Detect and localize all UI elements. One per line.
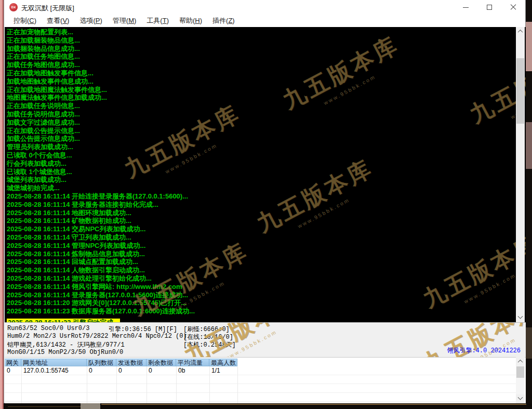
minimize-icon <box>463 7 469 8</box>
table-header-cell[interactable]: 剩余数据 <box>147 359 176 366</box>
menu-item[interactable]: 控制(C) <box>8 15 42 27</box>
table-header-cell[interactable]: 网关地址 <box>21 359 87 366</box>
menu-item[interactable]: 工具(T) <box>141 15 174 27</box>
scrollbar-thumb[interactable] <box>516 58 524 124</box>
wallpaper-fragment <box>526 327 532 359</box>
maximize-icon <box>487 5 492 10</box>
log-line: 2025-08-28 16:11:14 开始连接登录服务器(127.0.0.1:… <box>7 192 195 201</box>
chevron-up-icon <box>518 360 523 365</box>
log-console[interactable]: 正在加宠物配置列表... 正在加载捆装物品信息... 加载捆装物品信息成功...… <box>5 27 526 322</box>
log-line: 2025-08-28 16:11:20 游戏网关[0](127.0.0.1:55… <box>7 299 195 307</box>
desktop-left-strip <box>0 0 4 409</box>
log-line: 加载捆装物品信息成功... <box>7 45 195 53</box>
app-icon: DX <box>9 3 18 11</box>
status-run-counters: Run63/52 Soc0/0 Usr0/3 <box>7 325 89 332</box>
chevron-down-icon <box>518 314 523 319</box>
minimize-button[interactable] <box>454 0 477 15</box>
table-cell: 0 <box>116 366 147 375</box>
table-cell: 127.0.0.1:55745 <box>21 366 87 375</box>
table-header-cell[interactable]: 网关 <box>5 359 21 366</box>
status-panel: Run63/52 Soc0/0 Usr0/3 引擎:0:36:56 [M][F]… <box>5 322 526 357</box>
chevron-up-icon <box>518 30 523 35</box>
scroll-down-button[interactable] <box>516 313 525 322</box>
chevron-down-icon <box>518 395 523 400</box>
scroll-up-button[interactable] <box>516 27 525 36</box>
log-line: 加载任务地图信息成功... <box>7 61 195 69</box>
table-scrollbar[interactable] <box>516 357 525 403</box>
watermark: 九五版本库www.95bbk.com <box>274 28 410 124</box>
log-line: 2025-08-28 16:11:14 守卫列表加载成功... <box>7 233 195 242</box>
log-line: 2025-08-28 16:11:14 回城点配置加载成功... <box>7 258 195 266</box>
console-scrollbar[interactable] <box>516 27 525 322</box>
window-title: 无双沉默 [无限版] <box>21 4 74 13</box>
menu-item[interactable]: 插件(Z) <box>207 15 240 27</box>
wallpaper-fragment <box>8 406 82 407</box>
log-line: 行会列表加载成功... <box>7 160 195 168</box>
status-mon-gen-counters: MonG0/1/15 MonP2/3/50 ObjRun0/0 <box>7 349 123 356</box>
wallpaper-fragment <box>81 403 100 409</box>
log-line: 2025-08-28 16:11:14 人物数据引擎启动成功... <box>7 266 195 274</box>
log-line: 2025-08-28 16:11:14 登录服务器(127.0.0.1:5600… <box>7 291 195 299</box>
log-line: 城堡列表加载成功... <box>7 176 195 184</box>
table-header-cell[interactable]: 队列数据 <box>87 359 116 366</box>
title-bar[interactable]: DX 无双沉默 [无限版] <box>4 0 525 15</box>
table-cell: 0 <box>147 366 176 375</box>
log-line: 2025-08-28 16:11:14 炼制物品信息加载成功... <box>7 250 195 258</box>
table-row[interactable]: 0 127.0.0.1:55745 0 0 0 0b 1/1 <box>5 366 237 375</box>
log-line: 正在加载任务地图信息... <box>7 52 195 61</box>
log-line: 2025-08-28 16:11:14 管理NPC列表加载成功... <box>7 242 195 250</box>
gateway-table: 网关 网关地址 队列数据 发送数据 剩余数据 平均流量 最高人数 <box>5 357 526 403</box>
log-line: 2025-08-28 16:11:14 翎风引擎网站: http://www.l… <box>7 283 195 291</box>
log-line: 城堡城初始完成... <box>7 184 195 192</box>
table-cell: 0 <box>87 366 116 375</box>
desktop-background: DX 无双沉默 [无限版] 控制(C) 查看(V) 选项(P) 管理(M) 工具… <box>0 0 532 409</box>
table-cell: 0 <box>5 366 21 375</box>
log-line: 2025-08-28 16:11:14 矿物数据初始成功... <box>7 217 195 225</box>
engine-version-label: 翎风引擎:4.0 20241226 <box>447 346 521 355</box>
log-line: 已读取 1个城堡信息... <box>7 168 195 176</box>
log-line: 加载地图触发事件信息成功... <box>7 77 195 86</box>
table-header-cell[interactable]: 发送数据 <box>116 359 147 366</box>
maximize-button[interactable] <box>477 0 501 15</box>
log-line: 正在加载任务说明信息... <box>7 102 195 110</box>
wallpaper-fragment <box>526 122 532 169</box>
table-header-row: 网关 网关地址 队列数据 发送数据 剩余数据 平均流量 最高人数 <box>5 359 237 366</box>
table-header-cell[interactable]: 最高人数 <box>209 359 237 366</box>
log-line: 2025-08-28 16:11:14 游戏处理引擎初始化成功... <box>7 274 195 283</box>
status-monster-info: 铠甲幽灵,613/1432 - 沃玛教皇/977/1 <box>7 340 125 349</box>
table-body: 0 127.0.0.1:55745 0 0 0 0b 1/1 <box>5 366 237 375</box>
menu-item[interactable]: 帮助(H) <box>174 15 207 27</box>
log-line: 地图魔法触发事件信息加载成功... <box>7 94 195 102</box>
log-line-selected: 2025-08-28 16:11:23 引擎启动完成... <box>7 319 120 322</box>
table-gridline <box>237 366 238 403</box>
scroll-down-button[interactable] <box>516 394 525 403</box>
close-button[interactable] <box>501 0 525 15</box>
log-line: 正在加载地图魔法触发事件信息... <box>7 86 195 94</box>
log-line: 正在加载地图触发事件信息... <box>7 69 195 77</box>
menu-item[interactable]: 管理(M) <box>108 15 142 27</box>
log-line: 2025-08-28 16:11:14 登录服务器连接初始化完成... <box>7 201 195 209</box>
log-line: 2025-08-28 16:11:23 数据库服务器(127.0.0.1:600… <box>7 307 195 315</box>
log-line: 管理员列表加载成功... <box>7 143 195 151</box>
close-icon <box>510 4 516 10</box>
desktop-right-strip <box>526 0 532 409</box>
log-line: 正在加宠物配置列表... <box>7 28 195 36</box>
log-lines: 正在加宠物配置列表... 正在加载捆装物品信息... 加载捆装物品信息成功...… <box>7 28 195 315</box>
table-header-cell[interactable]: 平均流量 <box>176 359 209 366</box>
table-cell: 1/1 <box>209 366 237 375</box>
scroll-up-button[interactable] <box>516 357 525 366</box>
log-line: 已读取 0个行会信息... <box>7 151 195 160</box>
log-line: 加载文字过滤信息成功... <box>7 118 195 127</box>
menu-item[interactable]: 选项(P) <box>74 15 107 27</box>
wallpaper-fragment <box>101 404 526 405</box>
log-line: 正在加载公告提示信息... <box>7 127 195 135</box>
log-line: 2025-08-28 16:11:14 交易NPC列表加载成功... <box>7 225 195 233</box>
desktop-bottom-strip <box>4 403 532 409</box>
scrollbar-thumb[interactable] <box>516 366 524 378</box>
wallpaper-fragment <box>526 22 532 71</box>
watermark: 九五版本库www.95bbk.com <box>248 151 384 247</box>
menu-item[interactable]: 查看(V) <box>42 15 74 27</box>
watermark: 九五版本库www.95bbk.com <box>414 226 526 322</box>
log-line: 2025-08-28 16:11:14 地图环境加载成功... <box>7 209 195 217</box>
app-window: DX 无双沉默 [无限版] 控制(C) 查看(V) 选项(P) 管理(M) 工具… <box>4 0 526 403</box>
